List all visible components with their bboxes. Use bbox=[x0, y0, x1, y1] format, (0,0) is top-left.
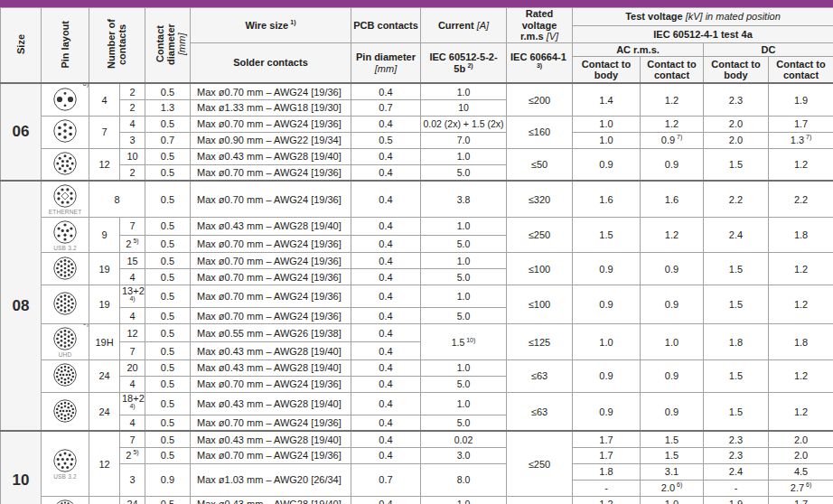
accent-band bbox=[0, 0, 833, 7]
current-cell: 1.0 bbox=[421, 359, 507, 376]
test-ac-body-cell: 1.5 bbox=[573, 217, 641, 253]
wire-cell: Max ø0.70 mm – AWG24 [19/36] bbox=[191, 308, 351, 324]
header-dc-contact-to-body: Contact to body bbox=[704, 56, 769, 83]
pin-layout-icon: 8) bbox=[50, 86, 80, 113]
pin-layout-cell: USB 3.2 bbox=[42, 217, 89, 253]
wire-cell: Max ø0.70 mm – AWG24 [19/36] bbox=[191, 376, 351, 392]
table-row: 12100.5Max ø0.43 mm – AWG28 [19/40]0.41.… bbox=[1, 148, 833, 164]
diameter-cell: 0.5 bbox=[145, 431, 191, 447]
test-ac-body-cell: 0.9 bbox=[573, 359, 641, 392]
contacts-cell: 4 bbox=[120, 269, 145, 285]
test-dc-contact-cell: 1.7 bbox=[769, 496, 833, 504]
header-rated-standard: IEC 60664-1 3) bbox=[507, 42, 573, 83]
pin-diameter-cell: 0.4 bbox=[351, 431, 421, 447]
wire-cell: Max ø0.70 mm – AWG24 [19/36] bbox=[191, 415, 351, 431]
header-pin-diameter: Pin diameter[mm] bbox=[351, 42, 421, 83]
pin-diameter-cell: 0.7 bbox=[351, 463, 421, 496]
table-row: 24200.5Max ø0.43 mm – AWG28 [19/40]0.41.… bbox=[1, 359, 833, 376]
test-ac-body-cell: 1.6 bbox=[573, 181, 641, 217]
header-contact-diameter: Contact diameter [mm] bbox=[145, 8, 191, 84]
diameter-cell: 0.5 bbox=[145, 392, 191, 415]
test-dc-body-cell: 2.0 bbox=[704, 116, 769, 132]
test-ac-body-cell: 1.7 bbox=[573, 431, 641, 447]
diameter-cell: 0.5 bbox=[145, 83, 191, 99]
pin-layout-cell: 9)UHD bbox=[42, 324, 89, 360]
pin-layout-cell bbox=[42, 392, 89, 431]
wire-cell: Max ø1.33 mm – AWG18 [19/30] bbox=[191, 99, 351, 116]
contacts-cell: 20 bbox=[120, 359, 145, 376]
contacts-cell: 10 bbox=[120, 148, 145, 164]
diameter-cell: 0.5 bbox=[145, 235, 191, 253]
test-dc-body-cell: 1.5 bbox=[704, 148, 769, 181]
wire-cell: Max ø0.43 mm – AWG28 [19/40] bbox=[191, 359, 351, 376]
diameter-cell: 0.5 bbox=[145, 308, 191, 324]
total-contacts-cell: 24 bbox=[89, 359, 120, 392]
pin-diameter-cell: 0.4 bbox=[351, 269, 421, 285]
total-contacts-cell: 4 bbox=[89, 83, 120, 116]
table-row: 19150.5Max ø0.70 mm – AWG24 [19/36]0.41.… bbox=[1, 253, 833, 269]
test-ac-contact-cell: 1.5 bbox=[641, 431, 704, 447]
test-dc-contact-cell: 1.2 bbox=[769, 359, 833, 392]
header-test-standard: IEC 60512-4-1 test 4a bbox=[573, 26, 833, 43]
table-header: Size Pin layout Number of contacts Conta… bbox=[1, 8, 833, 84]
table-row: USB 3.2970.5Max ø0.43 mm – AWG28 [19/40]… bbox=[1, 217, 833, 235]
pin-layout-icon bbox=[50, 255, 80, 282]
test-ac-body-cell: 1.7 bbox=[573, 447, 641, 463]
total-contacts-cell: 12 bbox=[89, 431, 120, 496]
test-ac-body-cell: 1.0 bbox=[573, 116, 641, 132]
diameter-cell: 0.5 bbox=[145, 342, 191, 360]
pin-layout-icon bbox=[50, 397, 80, 425]
rated-voltage-cell: ≤63 bbox=[507, 392, 573, 431]
test-dc-contact-cell: 1.8 bbox=[769, 217, 833, 253]
current-cell: 1.0 bbox=[421, 148, 507, 164]
pin-layout-cell: USB 3.2 bbox=[42, 431, 89, 496]
rated-voltage-cell: ≤320 bbox=[507, 181, 573, 217]
diameter-cell: 0.9 bbox=[145, 463, 191, 496]
test-ac-contact-cell: 1.2 bbox=[641, 217, 704, 253]
current-cell: 8.0 bbox=[421, 463, 507, 496]
test-dc-body-cell: 2.3 bbox=[704, 83, 769, 116]
current-cell: 1.0 bbox=[421, 496, 507, 504]
pin-layout-icon bbox=[50, 182, 80, 210]
wire-cell: Max ø0.70 mm – AWG24 [19/36] bbox=[191, 235, 351, 253]
total-contacts-cell: 24 bbox=[89, 392, 120, 431]
current-cell: 5.0 bbox=[421, 235, 507, 253]
pin-layout-icon bbox=[50, 290, 80, 317]
current-cell: 5.0 bbox=[421, 269, 507, 285]
header-solder-contacts: Solder contacts bbox=[191, 42, 351, 83]
pin-diameter-cell: 0.4 bbox=[351, 253, 421, 269]
contacts-cell: 18+2 4) bbox=[120, 392, 145, 415]
test-ac-contact-cell: 1.0 bbox=[641, 324, 704, 360]
test-ac-body-cell: 0.9 bbox=[573, 285, 641, 324]
rated-voltage-cell: ≤100 bbox=[507, 253, 573, 285]
pin-layout-cell: 8) bbox=[42, 83, 89, 116]
table-row: 9)UHD19H120.5Max ø0.55 mm – AWG26 [19/38… bbox=[1, 324, 833, 342]
pin-diameter-cell: 0.4 bbox=[351, 181, 421, 217]
rated-voltage-cell: ≤63 bbox=[507, 359, 573, 392]
wire-cell: Max ø0.70 mm – AWG24 [19/36] bbox=[191, 285, 351, 308]
total-contacts-cell: 19 bbox=[89, 253, 120, 285]
test-dc-contact-cell: 2.0 bbox=[769, 431, 833, 447]
test-ac-body-cell: 0.9 bbox=[573, 392, 641, 431]
diameter-cell: 0.5 bbox=[145, 253, 191, 269]
diameter-cell: 0.5 bbox=[145, 164, 191, 181]
diameter-cell: 0.5 bbox=[145, 496, 191, 504]
test-dc-contact-cell: 4.5 bbox=[769, 463, 833, 480]
rated-voltage-cell: ≤200 bbox=[507, 83, 573, 116]
pin-diameter-cell: 0.7 bbox=[351, 99, 421, 116]
total-contacts-cell: 7 bbox=[89, 116, 120, 148]
test-ac-contact-cell: 3.1 bbox=[641, 463, 704, 480]
test-dc-body-cell: 2.0 bbox=[704, 132, 769, 148]
header-number-of-contacts: Number of contacts bbox=[89, 8, 145, 84]
current-cell: 0.02 (2x) + 1.5 (2x) bbox=[421, 116, 507, 132]
wire-cell: Max ø0.70 mm – AWG24 [19/36] bbox=[191, 253, 351, 269]
test-ac-contact-cell: 0.9 7) bbox=[641, 132, 704, 148]
contacts-cell: 7 bbox=[120, 342, 145, 360]
header-wire-size: Wire size 1) bbox=[191, 8, 351, 43]
wire-cell: Max ø0.70 mm – AWG24 [19/36] bbox=[191, 83, 351, 99]
test-dc-body-cell: 2.3 bbox=[704, 447, 769, 463]
test-ac-body-cell: 1.8 bbox=[573, 463, 641, 480]
wire-cell: Max ø0.43 mm – AWG28 [19/40] bbox=[191, 217, 351, 235]
diameter-cell: 0.5 bbox=[145, 269, 191, 285]
contacts-cell: 24 bbox=[120, 496, 145, 504]
